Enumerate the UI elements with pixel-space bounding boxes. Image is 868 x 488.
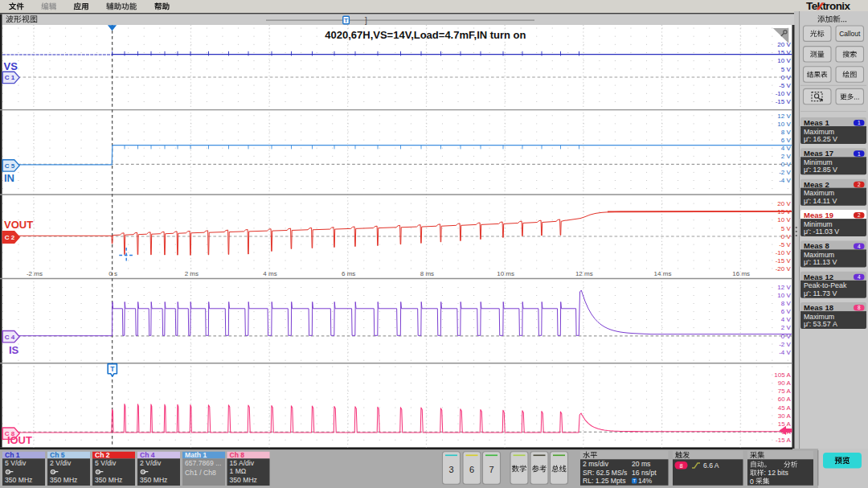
svg-text:-15 V: -15 V <box>776 98 792 105</box>
svg-text:Ch1 / Ch8: Ch1 / Ch8 <box>185 469 216 477</box>
svg-text:6 V: 6 V <box>781 308 792 315</box>
svg-text:-10 V: -10 V <box>776 249 792 256</box>
svg-text:C 2: C 2 <box>5 234 15 241</box>
svg-text:2 V/div: 2 V/div <box>50 459 72 467</box>
svg-text:IS: IS <box>9 344 19 356</box>
svg-text:0 V: 0 V <box>781 333 792 340</box>
svg-text:16 ms: 16 ms <box>732 270 750 277</box>
svg-text:VS: VS <box>4 60 18 72</box>
svg-text:6 ms: 6 ms <box>342 270 355 277</box>
svg-text:C 4: C 4 <box>5 334 15 341</box>
svg-text:20 ms: 20 ms <box>632 460 650 468</box>
svg-text:12 V: 12 V <box>777 113 791 120</box>
svg-text:Maximum: Maximum <box>804 128 834 136</box>
svg-text:0 s: 0 s <box>108 270 117 277</box>
svg-text:2 ms: 2 ms <box>185 270 199 277</box>
svg-text:Meas 12: Meas 12 <box>804 273 833 281</box>
svg-text:14 ms: 14 ms <box>654 270 672 277</box>
svg-text:-5 V: -5 V <box>779 241 791 248</box>
svg-text:5 V: 5 V <box>781 225 792 232</box>
svg-text:2 V: 2 V <box>781 153 792 160</box>
svg-text:2 V/div: 2 V/div <box>140 459 162 467</box>
svg-text:-5 V: -5 V <box>779 82 791 89</box>
svg-text:12 V: 12 V <box>777 284 791 291</box>
svg-text:350 MHz: 350 MHz <box>95 476 122 484</box>
svg-text:10 V: 10 V <box>777 216 791 223</box>
svg-text:20 V: 20 V <box>777 200 791 207</box>
svg-text:-15 V: -15 V <box>776 257 792 265</box>
svg-text:-4 V: -4 V <box>779 349 791 356</box>
svg-text:μ′: 11.13 V: μ′: 11.13 V <box>804 258 837 266</box>
svg-text:μ′: 53.57 A: μ′: 53.57 A <box>804 320 837 328</box>
svg-text:4020,67H,VS=14V,Load=4.7mF,IN: 4020,67H,VS=14V,Load=4.7mF,IN turn on <box>325 29 526 41</box>
svg-text:Maximum: Maximum <box>804 313 834 321</box>
svg-text:350 MHz: 350 MHz <box>50 476 77 484</box>
svg-text:10 V: 10 V <box>777 57 791 64</box>
svg-text:7: 7 <box>489 465 493 474</box>
svg-text:8 ms: 8 ms <box>420 270 434 277</box>
svg-text:μ′: 16.25 V: μ′: 16.25 V <box>804 135 837 143</box>
svg-text:10 V: 10 V <box>777 292 791 299</box>
svg-text:T: T <box>110 365 115 373</box>
svg-text:6 V: 6 V <box>781 137 792 144</box>
svg-text:8: 8 <box>679 462 682 470</box>
svg-text:6: 6 <box>469 465 474 474</box>
svg-text:15 A/div: 15 A/div <box>230 459 255 467</box>
svg-text:C 5: C 5 <box>5 162 15 170</box>
svg-text:Ch 5: Ch 5 <box>50 451 65 459</box>
svg-text:Minimum: Minimum <box>804 158 833 166</box>
svg-text:-4 V: -4 V <box>779 177 791 184</box>
svg-text:μ′: -11.03 V: μ′: -11.03 V <box>804 228 839 236</box>
svg-text:]: ] <box>365 16 367 25</box>
svg-text:Maximum: Maximum <box>804 251 834 259</box>
svg-text:Meas 1: Meas 1 <box>804 118 829 127</box>
svg-text:12 ms: 12 ms <box>575 270 593 277</box>
svg-text:3: 3 <box>448 465 453 474</box>
svg-text:4: 4 <box>858 274 861 280</box>
svg-text:Meas 19: Meas 19 <box>804 211 833 219</box>
svg-text:45 A: 45 A <box>778 404 792 412</box>
svg-text:350 MHz: 350 MHz <box>140 476 167 484</box>
svg-text:4: 4 <box>858 244 861 249</box>
svg-text:350 MHz: 350 MHz <box>5 476 32 484</box>
svg-text:8: 8 <box>858 305 861 310</box>
svg-text:IOUT: IOUT <box>7 434 32 446</box>
svg-text:15 V: 15 V <box>777 49 791 56</box>
svg-text:10 V: 10 V <box>777 121 791 128</box>
svg-text:0: 0 <box>750 478 754 486</box>
svg-text:-2 ms: -2 ms <box>27 270 43 277</box>
svg-text:Peak-to-Peak: Peak-to-Peak <box>804 281 847 289</box>
svg-text:6.6 A: 6.6 A <box>703 461 719 470</box>
svg-text:Math 1: Math 1 <box>185 451 207 459</box>
svg-text:2 ms/div: 2 ms/div <box>583 460 609 468</box>
svg-text:5 V: 5 V <box>781 66 792 73</box>
svg-text:: 12 bits: : 12 bits <box>764 469 788 477</box>
svg-text:2 V: 2 V <box>781 324 792 331</box>
svg-text:657.7869 ...: 657.7869 ... <box>185 459 221 467</box>
svg-text:5 V/div: 5 V/div <box>95 459 117 467</box>
svg-text:60 A: 60 A <box>778 396 792 403</box>
svg-text:IN: IN <box>4 172 14 184</box>
svg-text:4 ms: 4 ms <box>263 270 276 277</box>
svg-text:350 MHz: 350 MHz <box>230 476 257 484</box>
svg-text:90 A: 90 A <box>778 379 792 387</box>
svg-text:16 ns/pt: 16 ns/pt <box>632 469 657 477</box>
svg-text:Ch 8: Ch 8 <box>230 451 245 459</box>
svg-text:14%: 14% <box>638 477 653 485</box>
svg-text:Maximum: Maximum <box>804 189 834 197</box>
svg-text:C 1: C 1 <box>5 74 15 81</box>
svg-text:8 V: 8 V <box>781 300 792 307</box>
svg-text:Tektronix: Tektronix <box>806 0 850 12</box>
svg-text:1 MΩ: 1 MΩ <box>230 467 247 475</box>
svg-text:RL: 1.25 Mpts: RL: 1.25 Mpts <box>583 477 626 485</box>
svg-text:Ch 4: Ch 4 <box>140 451 155 459</box>
svg-text:Meas 17: Meas 17 <box>804 149 833 158</box>
svg-text:0 V: 0 V <box>781 161 792 168</box>
svg-text:20 V: 20 V <box>777 41 791 48</box>
svg-text:8 V: 8 V <box>781 129 792 136</box>
svg-text:Meas 18: Meas 18 <box>804 303 833 312</box>
svg-text:0 V: 0 V <box>781 233 792 240</box>
svg-text:4 V: 4 V <box>781 316 792 323</box>
svg-text:SR: 62.5 MS/s: SR: 62.5 MS/s <box>583 469 627 477</box>
svg-text:Minimum: Minimum <box>804 220 833 228</box>
